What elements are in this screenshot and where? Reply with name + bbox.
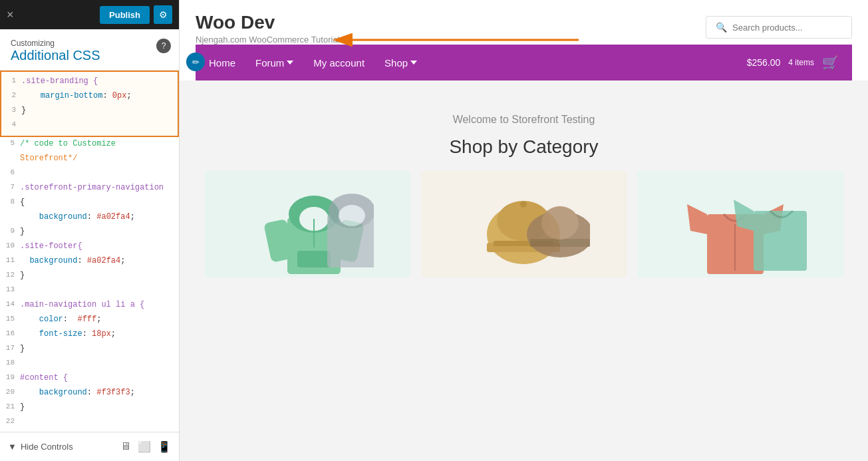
top-bar: × Publish ⚙: [0, 0, 179, 29]
site-title: Woo Dev: [196, 12, 344, 33]
hide-controls-button[interactable]: ▼ Hide Controls: [8, 442, 73, 452]
code-line: 8 {: [0, 196, 179, 210]
nav-home[interactable]: Home: [209, 57, 235, 69]
code-line: 9 }: [0, 225, 179, 239]
cart-icon[interactable]: 🛒: [822, 55, 839, 71]
code-line: 13: [0, 283, 179, 298]
code-line: 22: [0, 415, 179, 430]
nav-forum[interactable]: Forum: [255, 57, 293, 69]
welcome-text: Welcome to Storefront Testing: [453, 114, 595, 126]
highlighted-css-block[interactable]: 1 .site-branding { 2 margin-bottom: 0px;…: [0, 71, 179, 137]
code-line: 21 }: [0, 400, 179, 415]
hide-icon: ▼: [8, 442, 17, 452]
arrow-annotation: [326, 20, 592, 63]
publish-area: Publish ⚙: [100, 5, 172, 24]
search-box[interactable]: 🔍: [706, 16, 852, 39]
hide-controls-label: Hide Controls: [21, 442, 73, 452]
code-line: 12 }: [0, 269, 179, 283]
tablet-icon[interactable]: ⬜: [138, 440, 151, 453]
code-line: 5 /* code to Customize: [0, 137, 179, 152]
code-line: 14 .main-navigation ul li a {: [0, 298, 179, 313]
code-line: 15 color: #fff;: [0, 313, 179, 327]
help-button[interactable]: ?: [156, 39, 171, 53]
close-button[interactable]: ×: [7, 8, 14, 22]
code-line: 20 background: #f3f3f3;: [0, 386, 179, 400]
product-grid: [205, 171, 843, 277]
code-line: 18: [0, 357, 179, 371]
publish-button[interactable]: Publish: [100, 6, 150, 24]
desktop-icon[interactable]: 🖥: [120, 440, 131, 453]
nav-cart: $256.00 4 items 🛒: [747, 55, 839, 71]
panel-customizing-label: Customizing: [11, 39, 168, 48]
bottom-bar: ▼ Hide Controls 🖥 ⬜ 📱: [0, 432, 179, 461]
product-card-2[interactable]: [421, 171, 627, 277]
help-icon: ?: [162, 41, 166, 51]
site-header: Woo Dev Njengah.com WooCommerce Tutorial…: [180, 0, 868, 80]
code-line: 11 background: #a02fa4;: [0, 254, 179, 269]
code-line: 4: [1, 118, 178, 133]
edit-pencil-button[interactable]: ✏: [186, 53, 205, 71]
code-line: 3 }: [1, 104, 178, 118]
code-line: 10 .site-footer{: [0, 239, 179, 254]
product-image-1: [205, 171, 410, 277]
svg-rect-18: [530, 239, 590, 247]
search-input[interactable]: [732, 23, 839, 33]
svg-point-15: [520, 201, 527, 208]
svg-point-19: [541, 206, 579, 239]
svg-point-11: [339, 205, 365, 226]
device-switcher: 🖥 ⬜ 📱: [120, 440, 171, 453]
gear-icon: ⚙: [159, 9, 168, 20]
product-card-3[interactable]: [637, 171, 843, 277]
customizer-panel: × Publish ⚙ Customizing Additional CSS ?…: [0, 0, 180, 461]
search-icon: 🔍: [716, 22, 727, 33]
pencil-icon: ✏: [192, 57, 200, 67]
panel-title: Additional CSS: [11, 48, 168, 63]
panel-header: Customizing Additional CSS ?: [0, 29, 179, 71]
product-card-1[interactable]: [205, 171, 410, 277]
product-image-2: [421, 171, 627, 277]
css-code-editor[interactable]: 1 .site-branding { 2 margin-bottom: 0px;…: [0, 71, 179, 432]
edit-pencil-container: ✏: [186, 54, 205, 71]
product-image-3: [637, 171, 843, 277]
code-line: 16 font-size: 18px;: [0, 327, 179, 342]
code-line: 19 #content {: [0, 371, 179, 386]
code-line: 17 }: [0, 342, 179, 357]
code-line: 6: [0, 166, 179, 181]
code-line: 1 .site-branding {: [1, 75, 178, 89]
svg-rect-7: [297, 251, 331, 267]
mobile-icon[interactable]: 📱: [158, 440, 171, 453]
svg-marker-21: [687, 204, 707, 234]
settings-button[interactable]: ⚙: [154, 5, 172, 24]
cart-count: 4 items: [788, 58, 814, 67]
code-line: Storefront*/: [0, 152, 179, 166]
code-line: background: #a02fa4;: [0, 210, 179, 225]
shop-section: Shop by Category: [205, 136, 843, 277]
code-line: 7 .storefront-primary-navigation: [0, 181, 179, 196]
preview-content: Welcome to Storefront Testing Shop by Ca…: [180, 80, 868, 461]
code-line: 2 margin-bottom: 0px;: [1, 89, 178, 104]
cart-amount: $256.00: [747, 57, 781, 68]
preview-panel: Woo Dev Njengah.com WooCommerce Tutorial…: [180, 0, 868, 461]
site-subtitle: Njengah.com WooCommerce Tutorials: [196, 35, 344, 45]
svg-rect-24: [754, 211, 807, 271]
shop-title: Shop by Category: [205, 136, 843, 158]
